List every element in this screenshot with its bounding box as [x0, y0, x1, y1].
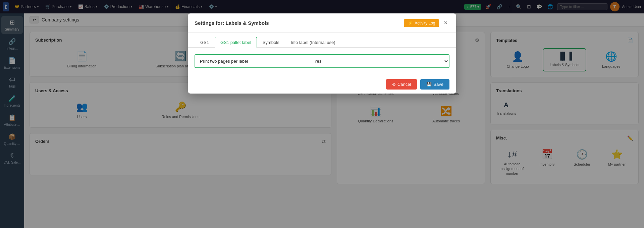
- save-button[interactable]: 💾 Save: [420, 79, 449, 90]
- cancel-button[interactable]: ⊗ Cancel: [386, 79, 417, 90]
- tab-gs1-pallet[interactable]: GS1 pallet label: [215, 37, 257, 48]
- cancel-icon: ⊗: [392, 82, 396, 87]
- activity-log-button[interactable]: ⚡ Activity Log: [404, 19, 439, 27]
- modal-footer: ⊗ Cancel 💾 Save: [188, 75, 456, 94]
- tab-symbols[interactable]: Symbols: [257, 37, 285, 48]
- field-label: Print two pages per label: [195, 55, 308, 67]
- activity-icon: ⚡: [408, 21, 413, 25]
- modal-tabs: GS1 GS1 pallet label Symbols Info label …: [188, 33, 456, 48]
- tab-info-label[interactable]: Info label (Internal use): [285, 37, 341, 48]
- tab-gs1[interactable]: GS1: [195, 37, 215, 48]
- modal-dialog: Settings for: Labels & Symbols ⚡ Activit…: [188, 13, 456, 94]
- modal-body: Print two pages per label Yes No: [188, 48, 456, 75]
- field-select[interactable]: Yes No: [308, 55, 449, 67]
- save-icon: 💾: [426, 82, 432, 87]
- modal-header: Settings for: Labels & Symbols ⚡ Activit…: [188, 13, 456, 33]
- modal-overlay[interactable]: Settings for: Labels & Symbols ⚡ Activit…: [0, 0, 644, 228]
- form-row: Print two pages per label Yes No: [195, 54, 449, 68]
- modal-close-button[interactable]: ×: [442, 19, 449, 27]
- modal-title: Settings for: Labels & Symbols: [195, 20, 269, 26]
